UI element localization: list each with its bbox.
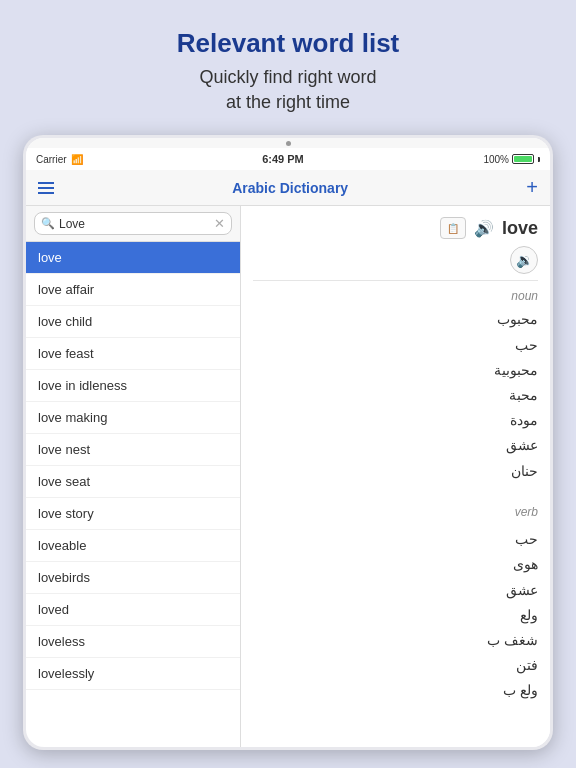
list-item[interactable]: love story <box>26 498 240 530</box>
arabic-word: حب <box>253 527 538 552</box>
arabic-word: مودة <box>253 408 538 433</box>
navigation-bar: Arabic Dictionary + <box>26 170 550 206</box>
left-panel: 🔍 ✕ love love affair love child love fea… <box>26 206 241 747</box>
notebook-button[interactable]: 📋 <box>440 217 466 239</box>
arabic-word: عشق <box>253 433 538 458</box>
nav-title: Arabic Dictionary <box>232 180 348 196</box>
arabic-word: ولع ب <box>253 678 538 703</box>
status-bar: Carrier 📶 6:49 PM 100% <box>26 148 550 170</box>
arabic-word: حنان <box>253 459 538 484</box>
list-item[interactable]: love feast <box>26 338 240 370</box>
audio-play-button[interactable]: 🔉 <box>510 246 538 274</box>
clear-icon[interactable]: ✕ <box>214 216 225 231</box>
list-item[interactable]: love nest <box>26 434 240 466</box>
definition-body: noun محبوب حب محبوبية محبة مودة عشق حنان… <box>241 281 550 711</box>
status-time: 6:49 PM <box>262 153 304 165</box>
search-icon: 🔍 <box>41 217 55 230</box>
main-subtitle: Quickly find right wordat the right time <box>40 65 536 115</box>
list-item[interactable]: loveable <box>26 530 240 562</box>
arabic-word: محبوب <box>253 307 538 332</box>
arabic-word: شغف ب <box>253 628 538 653</box>
list-item[interactable]: loved <box>26 594 240 626</box>
audio-row: 🔉 <box>241 244 550 280</box>
list-item[interactable]: love child <box>26 306 240 338</box>
arabic-word: هوى <box>253 552 538 577</box>
page-header: Relevant word list Quickly find right wo… <box>0 0 576 135</box>
list-item[interactable]: love <box>26 242 240 274</box>
main-content: 🔍 ✕ love love affair love child love fea… <box>26 206 550 747</box>
add-button[interactable]: + <box>526 176 538 199</box>
definition-word: love <box>502 218 538 239</box>
status-carrier: Carrier 📶 <box>36 154 83 165</box>
main-title: Relevant word list <box>40 28 536 59</box>
menu-button[interactable] <box>38 182 54 194</box>
arabic-word: فتن <box>253 653 538 678</box>
status-battery: 100% <box>483 154 540 165</box>
search-wrapper: 🔍 ✕ <box>34 212 232 235</box>
word-list: love love affair love child love feast l… <box>26 242 240 747</box>
device-frame: Carrier 📶 6:49 PM 100% Arabic Dictionary… <box>23 135 553 750</box>
list-item[interactable]: lovebirds <box>26 562 240 594</box>
definition-header: 📋 🔊 love <box>241 206 550 244</box>
list-item[interactable]: loveless <box>26 626 240 658</box>
arabic-word: ولع <box>253 603 538 628</box>
search-input[interactable] <box>59 217 214 231</box>
list-item[interactable]: love in idleness <box>26 370 240 402</box>
list-item[interactable]: love affair <box>26 274 240 306</box>
right-panel: 📋 🔊 love 🔉 noun محبوب حب محبوبية محبة مو… <box>241 206 550 747</box>
battery-tip <box>538 157 540 162</box>
device-camera <box>286 141 291 146</box>
list-item[interactable]: love seat <box>26 466 240 498</box>
list-item[interactable]: lovelessly <box>26 658 240 690</box>
arabic-word: عشق <box>253 578 538 603</box>
search-box: 🔍 ✕ <box>26 206 240 242</box>
arabic-word: محبوبية <box>253 358 538 383</box>
list-item[interactable]: love making <box>26 402 240 434</box>
device-top-bar <box>26 138 550 148</box>
speaker-button[interactable]: 🔊 <box>472 216 496 240</box>
arabic-word: حب <box>253 333 538 358</box>
arabic-word: محبة <box>253 383 538 408</box>
battery-icon <box>512 154 534 164</box>
pos-noun-label: noun <box>253 289 538 303</box>
pos-verb-label: verb <box>253 502 538 524</box>
wifi-icon: 📶 <box>71 154 83 165</box>
